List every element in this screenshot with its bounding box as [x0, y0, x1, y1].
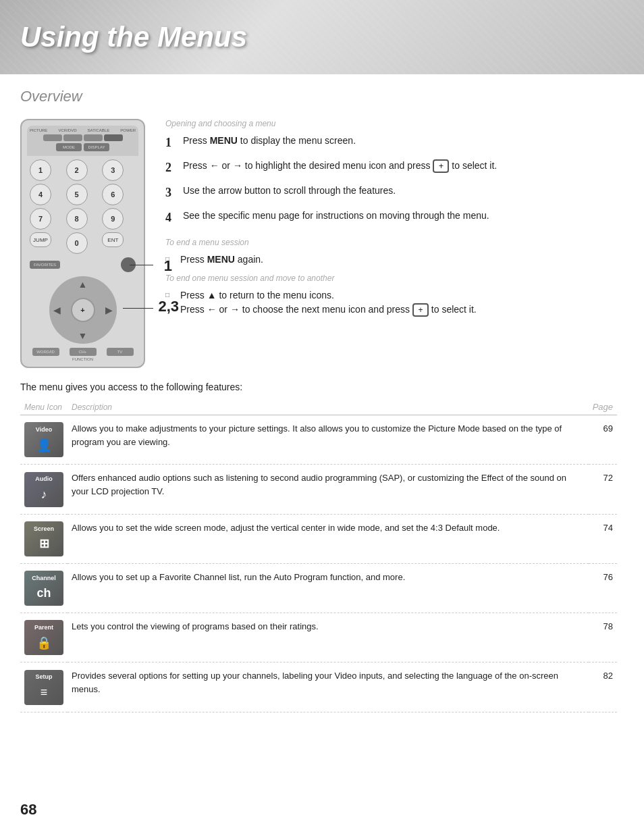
- step-3-text: Use the arrow button to scroll through t…: [183, 184, 396, 202]
- step-2-text: Press ← or → to highlight the desired me…: [183, 159, 497, 177]
- step-1-num: 1: [165, 134, 178, 152]
- menu-icon-box-channel: Channel ch: [24, 571, 63, 606]
- remote-btn-power[interactable]: [104, 134, 123, 141]
- remote-btn-3[interactable]: 3: [102, 159, 124, 181]
- menu-icon-symbol-0: 👤: [36, 436, 51, 454]
- step-2-num: 2: [165, 159, 178, 177]
- menu-page-4: 78: [589, 613, 617, 662]
- remote-btn-jump[interactable]: JUMP: [30, 232, 51, 247]
- menu-icon-box-setup: Setup ≡: [24, 670, 63, 705]
- end-session-step: □ Press MENU again.: [165, 253, 617, 267]
- remote-btn-vcr[interactable]: [43, 134, 62, 141]
- step-2: 2 Press ← or → to highlight the desired …: [165, 159, 617, 177]
- table-intro-text: The menu gives you access to the followi…: [20, 382, 617, 392]
- end-move-text-1: Press ▲ to return to the menu icons.Pres…: [180, 288, 477, 317]
- remote-dpad-right-icon[interactable]: ▶: [105, 305, 113, 315]
- remote-label-sat: SAT/CABLE: [88, 128, 110, 132]
- remote-btn-ent[interactable]: ENT: [102, 232, 124, 247]
- opening-section-label: Opening and choosing a menu: [165, 119, 617, 128]
- step-4-num: 4: [165, 209, 178, 227]
- remote-dpad-center[interactable]: +: [71, 298, 95, 322]
- remote-dpad-left-icon[interactable]: ◀: [53, 305, 61, 315]
- step-1-text: Press MENU to display the menu screen.: [183, 134, 356, 152]
- plus-button-inline-2: +: [412, 303, 429, 317]
- menu-icon-label-2: Screen: [34, 525, 54, 534]
- opening-steps-list: 1 Press MENU to display the menu screen.…: [165, 134, 617, 227]
- menu-icon-symbol-3: ch: [36, 584, 51, 602]
- remote-btn-mode[interactable]: MODE: [56, 143, 82, 151]
- menu-icon-label-5: Setup: [35, 673, 52, 682]
- end-move-step-1: □ Press ▲ to return to the menu icons.Pr…: [165, 288, 617, 317]
- remote-func-row: WORD/ID CH+ TV: [27, 348, 138, 356]
- remote-labels: PICTURE VCR/DVD SAT/CABLE POWER: [30, 128, 136, 132]
- menu-icon-symbol-5: ≡: [41, 683, 48, 702]
- remote-btn-1[interactable]: 1: [30, 159, 51, 181]
- step-3: 3 Use the arrow button to scroll through…: [165, 184, 617, 202]
- remote-dpad-up-icon[interactable]: ▲: [78, 279, 88, 290]
- remote-btn-6[interactable]: 6: [102, 184, 124, 205]
- header-banner: Using the Menus: [0, 0, 644, 74]
- remote-btn-4[interactable]: 4: [30, 184, 51, 205]
- menu-page-0: 69: [589, 415, 617, 465]
- remote-label-power: POWER: [120, 128, 136, 132]
- menu-page-3: 76: [589, 563, 617, 613]
- table-row: Screen ⊞ Allows you to set the wide scre…: [20, 514, 617, 563]
- remote-btn-favorites[interactable]: FAVORITES: [30, 261, 60, 269]
- menu-icon-cell-3: Channel ch: [20, 563, 68, 613]
- menu-icon-box-audio: Audio ♪: [24, 472, 63, 507]
- menu-icon-symbol-1: ♪: [41, 486, 47, 504]
- remote-btn-7[interactable]: 7: [30, 208, 51, 230]
- menu-icon-cell-4: Parent 🔒: [20, 613, 68, 662]
- remote-btn-0[interactable]: 0: [66, 232, 88, 254]
- remote-btn-dvd[interactable]: [63, 134, 82, 141]
- callout-line-1: [130, 265, 153, 265]
- main-content: Overview PICTURE VCR/DVD SAT/CABLE POWER: [0, 74, 644, 726]
- remote-btn-8[interactable]: 8: [66, 208, 88, 230]
- overview-heading: Overview: [20, 88, 617, 105]
- menu-icon-cell-5: Setup ≡: [20, 662, 68, 712]
- menu-page-2: 74: [589, 514, 617, 563]
- table-row: Audio ♪ Offers enhanced audio options su…: [20, 465, 617, 514]
- remote-btn-tv[interactable]: TV: [107, 348, 134, 356]
- menu-icon-symbol-2: ⊞: [39, 535, 49, 553]
- remote-dpad-down-icon[interactable]: ▼: [78, 330, 88, 341]
- remote-fav-menu-row: FAVORITES: [30, 257, 136, 272]
- callout-label-23: 2,3: [158, 298, 179, 315]
- remote-dpad-ring: ▲ ▼ ◀ ▶ +: [49, 276, 117, 344]
- menu-icon-label-1: Audio: [35, 475, 53, 484]
- menu-icon-box-parent: Parent 🔒: [24, 620, 63, 655]
- menu-icon-box-screen: Screen ⊞: [24, 521, 63, 556]
- remote-btn-word[interactable]: WORD/ID: [32, 348, 59, 356]
- plus-button-inline: +: [433, 159, 449, 173]
- end-session-text: Press MENU again.: [180, 253, 263, 267]
- remote-btn-5[interactable]: 5: [66, 184, 88, 205]
- two-col-layout: PICTURE VCR/DVD SAT/CABLE POWER MODE DIS…: [20, 119, 617, 368]
- page-title: Using the Menus: [20, 21, 247, 53]
- menu-description-1: Offers enhanced audio options such as li…: [68, 465, 589, 514]
- table-row: Video 👤 Allows you to make adjustments t…: [20, 415, 617, 465]
- menu-description-3: Allows you to set up a Favorite Channel …: [68, 563, 589, 613]
- remote-dpad: ▲ ▼ ◀ ▶ +: [49, 276, 117, 344]
- menu-icon-label-3: Channel: [32, 574, 56, 583]
- menu-page-5: 82: [589, 662, 617, 712]
- remote-btn-2[interactable]: 2: [66, 159, 88, 181]
- menu-description-0: Allows you to make adjustments to your p…: [68, 415, 589, 465]
- remote-control-image: PICTURE VCR/DVD SAT/CABLE POWER MODE DIS…: [20, 119, 145, 368]
- table-header-page: Page: [589, 399, 617, 415]
- menu-page-1: 72: [589, 465, 617, 514]
- remote-btn-9[interactable]: 9: [102, 208, 124, 230]
- callout-label-1: 1: [164, 257, 172, 275]
- end-session-label: To end a menu session: [165, 238, 617, 247]
- remote-btn-sat[interactable]: [84, 134, 103, 141]
- remote-top-buttons: [30, 134, 136, 141]
- table-header-icon: Menu Icon: [20, 399, 68, 415]
- remote-label-picture: PICTURE: [30, 128, 47, 132]
- menu-table: Menu Icon Description Page Video 👤 Allow…: [20, 399, 617, 712]
- menu-icon-label-0: Video: [36, 425, 52, 435]
- remote-func-label: FUNCTION: [27, 357, 138, 361]
- remote-btn-ch2[interactable]: CH+: [70, 348, 97, 356]
- step-4: 4 See the specific menu page for instruc…: [165, 209, 617, 227]
- remote-label-vcr: VCR/DVD: [58, 128, 76, 132]
- remote-btn-display[interactable]: DISPLAY: [84, 143, 109, 151]
- remote-top-section: PICTURE VCR/DVD SAT/CABLE POWER MODE DIS…: [27, 126, 138, 156]
